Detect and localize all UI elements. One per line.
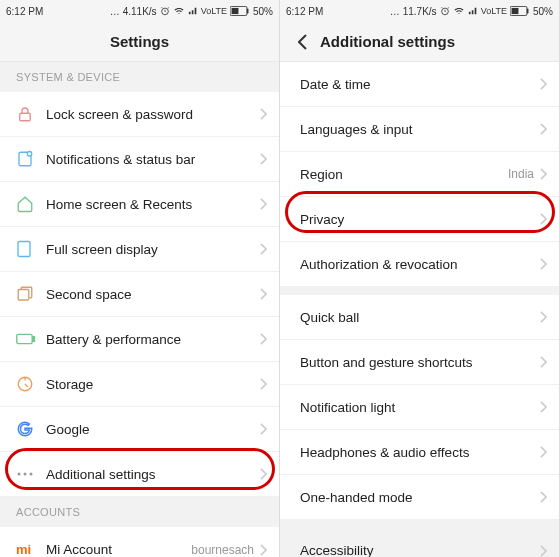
- status-bar: 6:12 PM … 11.7K/s VoLTE 50%: [280, 0, 559, 22]
- chevron-right-icon: [540, 78, 547, 90]
- row-value: bournesach: [191, 543, 254, 557]
- chevron-right-icon: [540, 401, 547, 413]
- row-storage[interactable]: Storage: [0, 362, 279, 407]
- row-battery[interactable]: Battery & performance: [0, 317, 279, 362]
- chevron-right-icon: [260, 243, 267, 255]
- screen-settings: 6:12 PM … 4.11K/s VoLTE 50% Settings SYS…: [0, 0, 280, 557]
- row-label: Authorization & revocation: [300, 257, 540, 272]
- row-label: Privacy: [300, 212, 540, 227]
- status-dots: …: [390, 6, 400, 17]
- status-time: 6:12 PM: [286, 6, 323, 17]
- svg-rect-9: [17, 334, 32, 343]
- row-label: Accessibility: [300, 543, 540, 557]
- row-label: Storage: [46, 377, 260, 392]
- row-lock-screen[interactable]: Lock screen & password: [0, 92, 279, 137]
- lock-icon: [16, 105, 46, 123]
- battery-icon: [230, 6, 250, 16]
- row-label: Notification light: [300, 400, 540, 415]
- additional-settings-list[interactable]: Date & time Languages & input Region Ind…: [280, 62, 559, 557]
- back-button[interactable]: [288, 22, 318, 62]
- chevron-right-icon: [260, 333, 267, 345]
- row-label: Second space: [46, 287, 260, 302]
- wifi-icon: [453, 6, 465, 16]
- row-notifications[interactable]: Notifications & status bar: [0, 137, 279, 182]
- row-google[interactable]: Google: [0, 407, 279, 452]
- row-additional-settings[interactable]: Additional settings: [0, 452, 279, 497]
- alarm-icon: [440, 6, 450, 16]
- status-lte: VoLTE: [481, 6, 507, 16]
- chevron-right-icon: [260, 423, 267, 435]
- chevron-right-icon: [540, 258, 547, 270]
- chevron-right-icon: [260, 198, 267, 210]
- chevron-right-icon: [540, 213, 547, 225]
- row-label: Home screen & Recents: [46, 197, 260, 212]
- alarm-icon: [160, 6, 170, 16]
- row-privacy[interactable]: Privacy: [280, 197, 559, 242]
- row-button-gesture[interactable]: Button and gesture shortcuts: [280, 340, 559, 385]
- page-title: Additional settings: [320, 33, 455, 50]
- row-region[interactable]: Region India: [280, 152, 559, 197]
- row-second-space[interactable]: Second space: [0, 272, 279, 317]
- chevron-right-icon: [540, 545, 547, 557]
- row-headphones[interactable]: Headphones & audio effects: [280, 430, 559, 475]
- row-label: Date & time: [300, 77, 540, 92]
- section-system-device: SYSTEM & DEVICE: [0, 62, 279, 92]
- battery-perf-icon: [16, 332, 46, 346]
- row-authorization[interactable]: Authorization & revocation: [280, 242, 559, 287]
- settings-list[interactable]: SYSTEM & DEVICE Lock screen & password N…: [0, 62, 279, 557]
- storage-icon: [16, 375, 46, 393]
- svg-rect-17: [527, 9, 529, 14]
- row-label: Additional settings: [46, 467, 260, 482]
- wifi-icon: [173, 6, 185, 16]
- row-label: Notifications & status bar: [46, 152, 260, 167]
- row-label: Google: [46, 422, 260, 437]
- fullscreen-icon: [16, 240, 46, 258]
- svg-point-12: [18, 473, 21, 476]
- status-bar: 6:12 PM … 4.11K/s VoLTE 50%: [0, 0, 279, 22]
- row-label: Languages & input: [300, 122, 540, 137]
- svg-rect-4: [20, 113, 31, 121]
- chevron-right-icon: [260, 544, 267, 556]
- screen-additional-settings: 6:12 PM … 11.7K/s VoLTE 50% Additional s…: [280, 0, 560, 557]
- row-mi-account[interactable]: mi Mi Account bournesach: [0, 527, 279, 557]
- row-label: Mi Account: [46, 542, 191, 557]
- row-notification-light[interactable]: Notification light: [280, 385, 559, 430]
- chevron-right-icon: [540, 168, 547, 180]
- svg-rect-10: [33, 337, 35, 342]
- row-home-screen[interactable]: Home screen & Recents: [0, 182, 279, 227]
- chevron-right-icon: [540, 356, 547, 368]
- chevron-right-icon: [540, 446, 547, 458]
- row-label: Button and gesture shortcuts: [300, 355, 540, 370]
- svg-point-14: [30, 473, 33, 476]
- row-languages[interactable]: Languages & input: [280, 107, 559, 152]
- row-value: India: [508, 167, 534, 181]
- row-label: Full screen display: [46, 242, 260, 257]
- row-label: Region: [300, 167, 508, 182]
- row-accessibility[interactable]: Accessibility: [280, 520, 559, 557]
- status-time: 6:12 PM: [6, 6, 43, 17]
- row-label: Headphones & audio effects: [300, 445, 540, 460]
- chevron-right-icon: [540, 123, 547, 135]
- google-icon: [16, 420, 46, 438]
- mi-icon: mi: [16, 542, 46, 557]
- page-title: Settings: [110, 33, 169, 50]
- notifications-icon: [16, 150, 46, 168]
- status-battery-pct: 50%: [533, 6, 553, 17]
- svg-rect-2: [247, 9, 249, 14]
- row-quick-ball[interactable]: Quick ball: [280, 287, 559, 340]
- status-dots: …: [110, 6, 120, 17]
- more-icon: [16, 471, 46, 477]
- status-speed: 11.7K/s: [403, 6, 437, 17]
- second-space-icon: [16, 285, 46, 303]
- svg-rect-3: [232, 8, 239, 14]
- svg-point-13: [24, 473, 27, 476]
- row-label: One-handed mode: [300, 490, 540, 505]
- row-label: Lock screen & password: [46, 107, 260, 122]
- row-label: Battery & performance: [46, 332, 260, 347]
- chevron-right-icon: [260, 468, 267, 480]
- title-bar: Settings: [0, 22, 279, 62]
- row-full-screen[interactable]: Full screen display: [0, 227, 279, 272]
- row-one-handed[interactable]: One-handed mode: [280, 475, 559, 520]
- home-icon: [16, 195, 46, 213]
- row-date-time[interactable]: Date & time: [280, 62, 559, 107]
